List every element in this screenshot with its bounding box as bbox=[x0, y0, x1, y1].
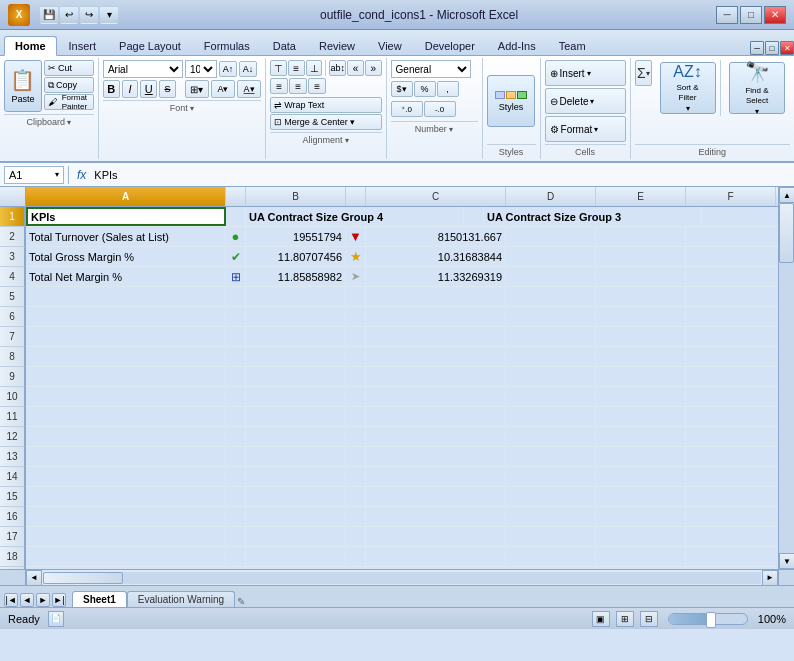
format-cells-button[interactable]: ⚙ Format ▾ bbox=[545, 116, 626, 142]
close-button[interactable]: ✕ bbox=[764, 6, 786, 24]
cell-icon2-1[interactable] bbox=[464, 207, 484, 226]
minimize-button[interactable]: ─ bbox=[716, 6, 738, 24]
bold-button[interactable]: B bbox=[103, 80, 120, 98]
comma-button[interactable]: , bbox=[437, 81, 459, 97]
align-left-button[interactable]: ≡ bbox=[270, 78, 288, 94]
quick-access-dropdown[interactable]: ▾ bbox=[100, 6, 118, 24]
cell-b2[interactable]: 19551794 bbox=[246, 227, 346, 246]
number-format-select[interactable]: General bbox=[391, 60, 471, 78]
wrap-text-button[interactable]: ⇌Wrap Text bbox=[270, 97, 381, 113]
tab-page-layout[interactable]: Page Layout bbox=[108, 36, 192, 55]
sort-filter-button[interactable]: AZ↕ Sort &Filter ▾ bbox=[660, 62, 716, 114]
font-name-select[interactable]: Arial bbox=[103, 60, 183, 78]
increase-decimal-button[interactable]: ⁺.0 bbox=[391, 101, 423, 117]
page-layout-view-button[interactable]: ⊞ bbox=[616, 611, 634, 627]
sheet-nav-last[interactable]: ►| bbox=[52, 593, 66, 607]
cell-c3[interactable]: 10.31683844 bbox=[366, 247, 506, 266]
vertical-scrollbar[interactable]: ▲ ▼ bbox=[778, 187, 794, 569]
styles-button[interactable]: Styles bbox=[487, 75, 535, 127]
row-header-10[interactable]: 10 bbox=[0, 387, 25, 407]
row-header-12[interactable]: 12 bbox=[0, 427, 25, 447]
row-header-11[interactable]: 11 bbox=[0, 407, 25, 427]
cell-d2[interactable] bbox=[506, 227, 596, 246]
col-header-icon2[interactable] bbox=[346, 187, 366, 206]
cell-e2[interactable] bbox=[596, 227, 686, 246]
tab-view[interactable]: View bbox=[367, 36, 413, 55]
save-button[interactable]: 💾 bbox=[40, 6, 58, 24]
scroll-right-button[interactable]: ► bbox=[762, 570, 778, 586]
tab-developer[interactable]: Developer bbox=[414, 36, 486, 55]
tab-team[interactable]: Team bbox=[548, 36, 597, 55]
insert-cells-button[interactable]: ⊕ Insert ▾ bbox=[545, 60, 626, 86]
cell-icon1-1[interactable] bbox=[226, 207, 246, 226]
font-grow-button[interactable]: A↑ bbox=[219, 61, 237, 77]
zoom-slider-thumb[interactable] bbox=[706, 612, 716, 628]
font-shrink-button[interactable]: A↓ bbox=[239, 61, 257, 77]
cell-a1[interactable]: KPIs bbox=[26, 207, 226, 226]
tab-home[interactable]: Home bbox=[4, 36, 57, 56]
indent-decrease-button[interactable]: « bbox=[347, 60, 364, 76]
fill-color-button[interactable]: A▾ bbox=[211, 80, 235, 98]
row-header-2[interactable]: 2 bbox=[0, 227, 25, 247]
cell-a5[interactable] bbox=[26, 287, 226, 306]
row-header-14[interactable]: 14 bbox=[0, 467, 25, 487]
font-size-select[interactable]: 10 bbox=[185, 60, 217, 78]
page-break-view-button[interactable]: ⊟ bbox=[640, 611, 658, 627]
row-header-4[interactable]: 4 bbox=[0, 267, 25, 287]
scroll-up-button[interactable]: ▲ bbox=[779, 187, 794, 203]
scroll-thumb-h[interactable] bbox=[43, 572, 123, 584]
cell-e3[interactable] bbox=[596, 247, 686, 266]
sheet-nav-prev[interactable]: ◄ bbox=[20, 593, 34, 607]
ribbon-close[interactable]: ✕ bbox=[780, 41, 794, 55]
cell-icon1-3[interactable]: ✔ bbox=[226, 247, 246, 266]
scroll-track-h[interactable] bbox=[43, 572, 761, 584]
tab-review[interactable]: Review bbox=[308, 36, 366, 55]
cell-icon2-3[interactable]: ★ bbox=[346, 247, 366, 266]
row-header-3[interactable]: 3 bbox=[0, 247, 25, 267]
tab-insert[interactable]: Insert bbox=[58, 36, 108, 55]
row-header-16[interactable]: 16 bbox=[0, 507, 25, 527]
row-header-9[interactable]: 9 bbox=[0, 367, 25, 387]
align-middle-button[interactable]: ≡ bbox=[288, 60, 305, 76]
cell-a4[interactable]: Total Net Margin % bbox=[26, 267, 226, 286]
ribbon-restore[interactable]: □ bbox=[765, 41, 779, 55]
redo-button[interactable]: ↪ bbox=[80, 6, 98, 24]
cell-a3[interactable]: Total Gross Margin % bbox=[26, 247, 226, 266]
paste-button[interactable]: 📋 Paste bbox=[4, 60, 42, 112]
indent-increase-button[interactable]: » bbox=[365, 60, 382, 76]
cut-button[interactable]: ✂Cut bbox=[44, 60, 94, 76]
sheet-nav-first[interactable]: |◄ bbox=[4, 593, 18, 607]
row-header-18[interactable]: 18 bbox=[0, 547, 25, 567]
row-header-8[interactable]: 8 bbox=[0, 347, 25, 367]
cell-b3[interactable]: 11.80707456 bbox=[246, 247, 346, 266]
sheet-nav-next[interactable]: ► bbox=[36, 593, 50, 607]
sum-button[interactable]: Σ▾ bbox=[635, 60, 652, 86]
text-direction-button[interactable]: ab↕ bbox=[329, 60, 346, 76]
ribbon-minimize[interactable]: ─ bbox=[750, 41, 764, 55]
cell-icon1-4[interactable]: ⊞ bbox=[226, 267, 246, 286]
status-icon[interactable]: 📄 bbox=[48, 611, 64, 627]
cell-b4[interactable]: 11.85858982 bbox=[246, 267, 346, 286]
tab-formulas[interactable]: Formulas bbox=[193, 36, 261, 55]
scroll-down-button[interactable]: ▼ bbox=[779, 553, 794, 569]
cell-icon2-4[interactable]: ➤ bbox=[346, 267, 366, 286]
col-header-f[interactable]: F bbox=[686, 187, 776, 206]
find-select-button[interactable]: 🔭 Find &Select ▾ bbox=[729, 62, 785, 114]
formula-input[interactable]: KPIs bbox=[94, 166, 790, 184]
row-header-6[interactable]: 6 bbox=[0, 307, 25, 327]
align-bottom-button[interactable]: ⊥ bbox=[306, 60, 323, 76]
merge-center-button[interactable]: ⊡Merge & Center ▾ bbox=[270, 114, 381, 130]
font-color-button[interactable]: A▾ bbox=[237, 80, 261, 98]
cell-d1[interactable] bbox=[702, 207, 778, 226]
row-header-1[interactable]: 1 bbox=[0, 207, 25, 227]
align-top-button[interactable]: ⊤ bbox=[270, 60, 287, 76]
row-header-17[interactable]: 17 bbox=[0, 527, 25, 547]
col-header-a[interactable]: A bbox=[26, 187, 226, 206]
col-header-b[interactable]: B bbox=[246, 187, 346, 206]
cell-icon2-2[interactable]: ▼ bbox=[346, 227, 366, 246]
undo-button[interactable]: ↩ bbox=[60, 6, 78, 24]
tab-data[interactable]: Data bbox=[262, 36, 307, 55]
normal-view-button[interactable]: ▣ bbox=[592, 611, 610, 627]
cell-icon1-2[interactable]: ● bbox=[226, 227, 246, 246]
col-header-d[interactable]: D bbox=[506, 187, 596, 206]
